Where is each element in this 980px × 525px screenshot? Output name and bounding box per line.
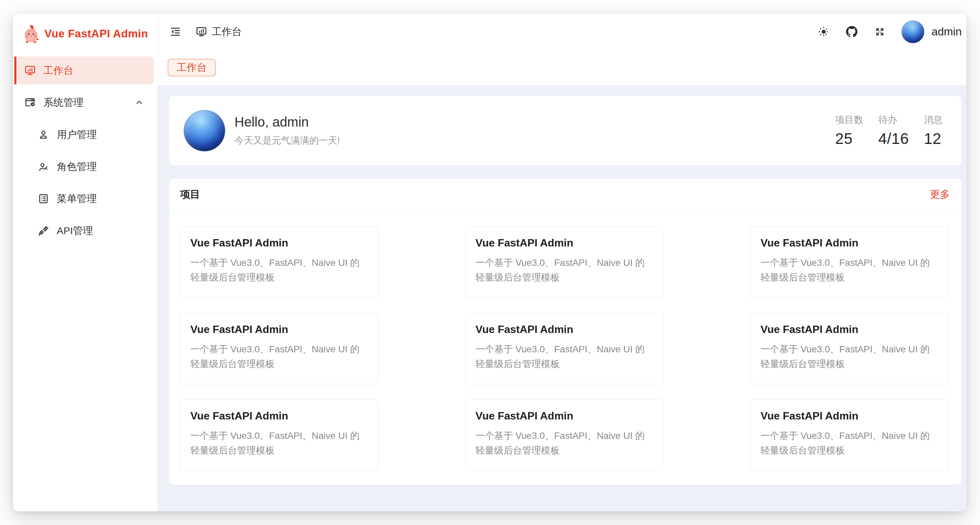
- stat-value: 4/16: [878, 130, 909, 148]
- avatar-large: [184, 110, 225, 151]
- main-area: 工作台: [158, 14, 966, 511]
- sidebar-item-role-management[interactable]: 角色管理: [14, 153, 154, 181]
- stat-value: 12: [924, 130, 943, 148]
- project-card[interactable]: Vue FastAPI Admin 一个基于 Vue3.0、FastAPI、Na…: [465, 399, 664, 471]
- tab-workbench[interactable]: 工作台: [168, 59, 216, 76]
- stat-value: 25: [835, 130, 863, 148]
- project-card[interactable]: Vue FastAPI Admin 一个基于 Vue3.0、FastAPI、Na…: [180, 226, 379, 298]
- username: admin: [932, 25, 962, 38]
- project-card[interactable]: Vue FastAPI Admin 一个基于 Vue3.0、FastAPI、Na…: [750, 226, 948, 298]
- project-card[interactable]: Vue FastAPI Admin 一个基于 Vue3.0、FastAPI、Na…: [180, 313, 379, 384]
- project-card-title: Vue FastAPI Admin: [476, 322, 653, 337]
- sidebar-item-user-management[interactable]: 用户管理: [14, 121, 154, 149]
- sidebar-item-label: 工作台: [43, 64, 73, 78]
- sidebar-item-label: 菜单管理: [57, 192, 97, 206]
- top-header: 工作台: [158, 14, 966, 50]
- tab-bar: 工作台: [158, 50, 966, 85]
- stat-messages: 消息 12: [924, 113, 943, 148]
- project-card-description: 一个基于 Vue3.0、FastAPI、Naive UI 的轻量级后台管理模板: [760, 342, 938, 371]
- chevron-up-icon[interactable]: [135, 98, 144, 107]
- projects-title: 项目: [180, 188, 200, 201]
- project-card-title: Vue FastAPI Admin: [760, 235, 938, 250]
- project-card-title: Vue FastAPI Admin: [760, 409, 938, 423]
- user-menu[interactable]: admin: [902, 21, 962, 43]
- app-window: Vue FastAPI Admin 工作台: [13, 14, 966, 511]
- project-card-title: Vue FastAPI Admin: [190, 409, 368, 423]
- project-card-title: Vue FastAPI Admin: [476, 409, 653, 423]
- projects-header: 项目 更多: [169, 179, 961, 211]
- sidebar-item-label: 角色管理: [57, 160, 97, 173]
- projects-grid: Vue FastAPI Admin 一个基于 Vue3.0、FastAPI、Na…: [169, 211, 961, 485]
- breadcrumb-label: 工作台: [212, 25, 242, 39]
- project-card-title: Vue FastAPI Admin: [760, 322, 938, 337]
- project-card-description: 一个基于 Vue3.0、FastAPI、Naive UI 的轻量级后台管理模板: [476, 342, 653, 371]
- github-icon[interactable]: [845, 25, 858, 38]
- project-card-description: 一个基于 Vue3.0、FastAPI、Naive UI 的轻量级后台管理模板: [760, 256, 938, 285]
- stat-label: 消息: [924, 113, 943, 126]
- more-link[interactable]: 更多: [930, 188, 950, 201]
- sidebar-item-label: 系统管理: [43, 96, 83, 110]
- stat-label: 待办: [878, 113, 909, 126]
- sidebar: Vue FastAPI Admin 工作台: [13, 14, 158, 511]
- sun-theme-icon[interactable]: [817, 25, 830, 38]
- sidebar-item-label: API管理: [57, 224, 93, 238]
- welcome-card: Hello, admin 今天又是元气满满的一天! 项目数 25 待办 4/16…: [169, 96, 961, 165]
- welcome-title: Hello, admin: [234, 115, 340, 130]
- sidebar-item-system-management[interactable]: 系统管理: [14, 89, 154, 116]
- app-title: Vue FastAPI Admin: [45, 27, 148, 40]
- sidebar-menu: 工作台 系统管理: [13, 56, 158, 249]
- project-card-title: Vue FastAPI Admin: [190, 322, 368, 337]
- project-card[interactable]: Vue FastAPI Admin 一个基于 Vue3.0、FastAPI、Na…: [465, 313, 664, 384]
- sidebar-item-label: 用户管理: [57, 128, 97, 142]
- breadcrumb[interactable]: 工作台: [196, 25, 242, 39]
- header-actions: admin: [817, 21, 962, 43]
- project-card-description: 一个基于 Vue3.0、FastAPI、Naive UI 的轻量级后台管理模板: [190, 342, 368, 371]
- role-icon: [38, 161, 49, 172]
- stat-todos: 待办 4/16: [878, 113, 909, 148]
- project-card[interactable]: Vue FastAPI Admin 一个基于 Vue3.0、FastAPI、Na…: [750, 313, 948, 384]
- chick-mascot-icon: [24, 24, 39, 43]
- menu-list-icon: [38, 193, 49, 204]
- project-card-description: 一个基于 Vue3.0、FastAPI、Naive UI 的轻量级后台管理模板: [190, 256, 368, 285]
- page-content: Hello, admin 今天又是元气满满的一天! 项目数 25 待办 4/16…: [158, 85, 966, 511]
- sidebar-item-workbench[interactable]: 工作台: [14, 56, 154, 84]
- projects-panel: 项目 更多 Vue FastAPI Admin 一个基于 Vue3.0、Fast…: [169, 179, 961, 485]
- project-card[interactable]: Vue FastAPI Admin 一个基于 Vue3.0、FastAPI、Na…: [750, 399, 948, 471]
- stat-projects: 项目数 25: [835, 113, 863, 148]
- workbench-icon: [196, 26, 207, 37]
- stat-label: 项目数: [835, 113, 863, 126]
- user-icon: [38, 129, 49, 140]
- app-logo[interactable]: Vue FastAPI Admin: [24, 24, 158, 44]
- project-card[interactable]: Vue FastAPI Admin 一个基于 Vue3.0、FastAPI、Na…: [465, 226, 664, 298]
- collapse-sidebar-icon[interactable]: [169, 25, 182, 38]
- project-card-description: 一个基于 Vue3.0、FastAPI、Naive UI 的轻量级后台管理模板: [760, 428, 938, 458]
- sidebar-item-api-management[interactable]: API管理: [14, 217, 154, 245]
- project-card-title: Vue FastAPI Admin: [190, 235, 368, 250]
- project-card[interactable]: Vue FastAPI Admin 一个基于 Vue3.0、FastAPI、Na…: [180, 399, 379, 471]
- api-plug-icon: [38, 225, 49, 237]
- project-card-description: 一个基于 Vue3.0、FastAPI、Naive UI 的轻量级后台管理模板: [476, 428, 653, 458]
- project-card-description: 一个基于 Vue3.0、FastAPI、Naive UI 的轻量级后台管理模板: [190, 428, 368, 458]
- system-settings-icon: [24, 97, 36, 108]
- project-card-description: 一个基于 Vue3.0、FastAPI、Naive UI 的轻量级后台管理模板: [476, 256, 653, 285]
- welcome-text: Hello, admin 今天又是元气满满的一天!: [234, 115, 340, 147]
- stats: 项目数 25 待办 4/16 消息 12: [835, 113, 943, 148]
- welcome-subtitle: 今天又是元气满满的一天!: [234, 134, 340, 147]
- sidebar-item-menu-management[interactable]: 菜单管理: [14, 185, 154, 213]
- fullscreen-icon[interactable]: [873, 25, 886, 38]
- project-card-title: Vue FastAPI Admin: [476, 235, 653, 250]
- avatar: [902, 21, 924, 43]
- workbench-icon: [24, 65, 36, 76]
